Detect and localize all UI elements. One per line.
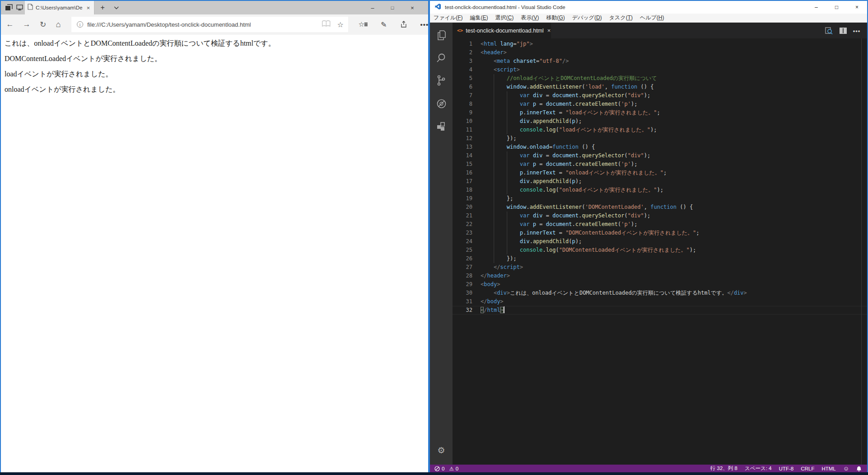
back-button[interactable]: ← <box>3 18 17 31</box>
share-icon[interactable] <box>396 18 411 31</box>
site-info-icon[interactable]: i <box>77 21 83 28</box>
editor-group: <> test-onclick-documentload.html × ••• … <box>453 23 867 465</box>
code-editor[interactable]: 1<html lang="jp">2<header>3 <meta charse… <box>453 38 867 465</box>
errors-count[interactable]: 0 <box>442 466 444 471</box>
edge-minimize-button[interactable]: – <box>363 1 382 14</box>
windows-taskbar[interactable] <box>0 472 868 475</box>
code-line: 2<header> <box>453 48 867 57</box>
vscode-menu-bar: ファイル(F)編集(E)選択(C)表示(V)移動(G)デバッグ(D)タスク(T)… <box>430 14 867 23</box>
new-tab-button[interactable]: + <box>97 3 108 13</box>
edge-maximize-button[interactable]: □ <box>382 1 402 14</box>
reading-view-icon[interactable] <box>322 20 332 29</box>
tab-close-icon[interactable]: × <box>85 5 91 11</box>
vscode-logo-icon <box>434 3 441 12</box>
page-text-line: これは、onloadイベントとDOMContentLoadedの実行順について検… <box>5 39 425 47</box>
menu-t[interactable]: タスク(T) <box>605 14 636 22</box>
code-line: 29<body> <box>453 280 867 289</box>
code-line: 28</header> <box>453 272 867 280</box>
code-line: 14 var div = document.querySelector("div… <box>453 151 867 160</box>
status-item[interactable]: UTF-8 <box>779 466 794 471</box>
tab-preview-icon[interactable] <box>15 4 24 11</box>
settings-gear-icon[interactable]: ⚙ <box>430 439 453 461</box>
home-button[interactable]: ⌂ <box>52 18 65 31</box>
page-text-line: onloadイベントが実行されました。 <box>5 85 425 94</box>
editor-tab-bar: <> test-onclick-documentload.html × ••• <box>453 23 867 38</box>
set-tabs-aside-icon[interactable] <box>4 3 14 12</box>
menu-g[interactable]: 移動(G) <box>542 14 568 22</box>
errors-icon[interactable] <box>434 466 440 471</box>
code-line: 17 div.appendChild(p); <box>453 177 867 186</box>
tab-list-chevron-icon[interactable] <box>111 4 121 12</box>
code-line: 8 var p = document.createElement('p'); <box>453 100 867 108</box>
vscode-title-bar: test-onclick-documentload.html - Visual … <box>430 1 867 14</box>
code-line: 27 </script> <box>453 263 867 272</box>
code-line: 12 }); <box>453 134 867 143</box>
feedback-smiley-icon[interactable]: ☺ <box>843 465 849 472</box>
browser-page-content: これは、onloadイベントとDOMContentLoadedの実行順について検… <box>1 35 428 472</box>
status-item[interactable]: 行 32、列 8 <box>710 465 737 472</box>
code-line: 26 }); <box>453 254 867 263</box>
activity-bar: ⚙ <box>430 23 453 465</box>
search-icon[interactable] <box>430 47 453 69</box>
warnings-icon[interactable]: ⚠ <box>449 466 453 472</box>
refresh-button[interactable]: ↻ <box>36 18 50 31</box>
code-line: 24 div.appendChild(p); <box>453 237 867 246</box>
html-file-icon: <> <box>457 28 463 33</box>
address-bar[interactable]: i file:///C:/Users/yamam/Desktop/test-on… <box>71 17 348 32</box>
vscode-minimize-button[interactable]: – <box>806 1 826 14</box>
menu-v[interactable]: 表示(V) <box>517 14 542 22</box>
editor-more-actions-icon[interactable]: ••• <box>851 25 863 36</box>
menu-f[interactable]: ファイル(F) <box>430 14 466 22</box>
code-line: 11 console.log("loadイベントが実行されました。"); <box>453 126 867 134</box>
source-control-icon[interactable] <box>430 70 453 91</box>
window-title: test-onclick-documentload.html - Visual … <box>445 5 565 10</box>
edge-close-button[interactable]: × <box>402 1 422 14</box>
web-note-pen-icon[interactable]: ✎ <box>376 18 392 31</box>
vscode-maximize-button[interactable]: □ <box>826 1 847 14</box>
notifications-bell-icon[interactable] <box>856 466 862 471</box>
code-line: 10 div.appendChild(p); <box>453 117 867 126</box>
code-line: 9 p.innerText = "loadイベントが実行されました。"; <box>453 108 867 117</box>
code-line: 31</body> <box>453 297 867 306</box>
code-line: 30 <div>これは、onloadイベントとDOMContentLoadedの… <box>453 289 867 297</box>
editor-tab-close-icon[interactable]: × <box>547 27 551 34</box>
vscode-window: test-onclick-documentload.html - Visual … <box>429 0 868 473</box>
menu-d[interactable]: デバッグ(D) <box>569 14 606 22</box>
status-item[interactable]: CRLF <box>801 466 814 471</box>
code-line: 6 window.addEventListener('load', functi… <box>453 83 867 91</box>
edge-toolbar: ← → ↻ ⌂ i file:///C:/Users/yamam/Desktop… <box>1 14 428 35</box>
favorite-star-icon[interactable]: ☆ <box>337 20 344 29</box>
explorer-icon[interactable] <box>430 24 453 46</box>
code-line: 16 p.innerText = "onloadイベントが実行されました。"; <box>453 169 867 177</box>
page-text-line: loadイベントが実行されました。 <box>5 70 425 78</box>
hub-icon[interactable]: ☆ <box>355 18 371 31</box>
code-line: 25 console.log("DOMContentLoadedイベントが実行さ… <box>453 246 867 254</box>
editor-tab[interactable]: <> test-onclick-documentload.html × <box>453 23 551 38</box>
code-line: 4 <script> <box>453 66 867 74</box>
code-line: 21 var div = document.querySelector("div… <box>453 212 867 220</box>
menu-e[interactable]: 編集(E) <box>466 14 491 22</box>
editor-tab-label: test-onclick-documentload.html <box>466 28 543 34</box>
page-icon <box>28 4 33 12</box>
open-preview-icon[interactable] <box>823 25 835 36</box>
extensions-icon[interactable] <box>430 116 453 137</box>
forward-button[interactable]: → <box>20 18 33 31</box>
split-editor-icon[interactable] <box>837 25 849 36</box>
code-line: 20 window.addEventListener('DOMContentLo… <box>453 203 867 212</box>
minimap[interactable] <box>819 40 861 75</box>
scrollbar-track[interactable] <box>861 38 862 465</box>
edge-window: C:\Users\yamam\Deskto × + – □ × ← → ↻ ⌂ … <box>0 0 429 473</box>
code-line: 3 <meta charset="utf-8"/> <box>453 57 867 66</box>
code-line: 5 //onloadイベントとDOMContentLoadedの実行順について <box>453 74 867 83</box>
status-item[interactable]: HTML <box>821 466 835 471</box>
url-text[interactable]: file:///C:/Users/yamam/Desktop/test-oncl… <box>87 21 322 28</box>
status-bar: 0 ⚠ 0 ☺ 行 32、列 8スペース: 4UTF-8CRLFHTML <box>430 465 867 472</box>
warnings-count[interactable]: 0 <box>456 466 458 471</box>
menu-c[interactable]: 選択(C) <box>491 14 517 22</box>
vscode-close-button[interactable]: × <box>847 1 867 14</box>
menu-h[interactable]: ヘルプ(H) <box>637 14 668 22</box>
status-item[interactable]: スペース: 4 <box>745 465 772 472</box>
code-line: 23 p.innerText = "DOMContentLoadedイベントが実… <box>453 229 867 237</box>
debug-icon[interactable] <box>430 93 453 114</box>
browser-tab[interactable]: C:\Users\yamam\Deskto × <box>25 1 94 14</box>
